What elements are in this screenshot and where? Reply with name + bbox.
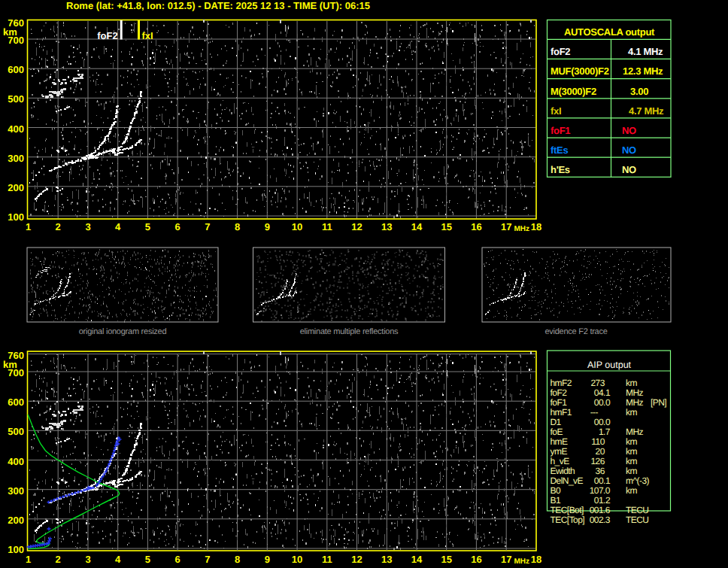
svg-text:km: km: [626, 456, 637, 466]
svg-text:km: km: [626, 436, 637, 447]
svg-text:ftEs: ftEs: [551, 144, 568, 156]
svg-text:MHz: MHz: [626, 397, 644, 408]
svg-text:DelN_vE: DelN_vE: [551, 475, 584, 486]
svg-text:TECU: TECU: [626, 515, 648, 525]
svg-text:km: km: [626, 446, 637, 457]
svg-text:1.7: 1.7: [599, 427, 611, 437]
svg-text:MUF(3000)F2: MUF(3000)F2: [551, 65, 609, 77]
svg-text:B1: B1: [551, 495, 561, 506]
svg-text:km: km: [626, 407, 637, 418]
svg-text:4.1 MHz: 4.1 MHz: [628, 46, 663, 57]
svg-text:00.1: 00.1: [594, 475, 611, 486]
svg-text:km: km: [626, 378, 637, 388]
svg-text:original ionogram resized: original ionogram resized: [79, 327, 167, 336]
svg-text:110: 110: [591, 436, 605, 447]
svg-text:001.6: 001.6: [590, 505, 611, 515]
svg-text:00.0: 00.0: [594, 417, 611, 427]
svg-text:fxI: fxI: [551, 105, 561, 117]
svg-text:NO: NO: [622, 164, 636, 175]
svg-text:km: km: [626, 466, 637, 476]
svg-text:M(3000)F2: M(3000)F2: [551, 86, 596, 97]
svg-text:foF1: foF1: [551, 125, 570, 136]
svg-text:36: 36: [596, 466, 605, 476]
svg-text:AUTOSCALA output: AUTOSCALA output: [564, 26, 655, 38]
svg-text:00.0: 00.0: [594, 397, 611, 408]
svg-text:107.0: 107.0: [590, 485, 611, 496]
svg-text:TEC[Bot]: TEC[Bot]: [551, 505, 584, 515]
svg-text:126: 126: [590, 456, 605, 466]
svg-text:hmF2: hmF2: [551, 378, 572, 388]
svg-text:D1: D1: [551, 417, 562, 427]
svg-text:evidence F2 trace: evidence F2 trace: [544, 327, 607, 336]
svg-text:NO: NO: [622, 144, 636, 156]
svg-text:foF2: foF2: [551, 46, 570, 57]
svg-text:h'Es: h'Es: [551, 164, 570, 175]
svg-text:km: km: [626, 485, 637, 496]
svg-text:m^(-3): m^(-3): [626, 475, 650, 486]
svg-text:eliminate multiple reflections: eliminate multiple reflections: [300, 327, 399, 336]
svg-text:AIP output: AIP output: [587, 360, 632, 370]
svg-text:foE: foE: [551, 427, 563, 437]
svg-text:4.7 MHz: 4.7 MHz: [629, 105, 664, 117]
svg-text:B0: B0: [551, 485, 561, 496]
svg-text:hmF1: hmF1: [551, 407, 572, 418]
svg-text:MHz: MHz: [626, 387, 644, 398]
svg-text:foF2: foF2: [97, 30, 117, 41]
svg-text:20: 20: [596, 446, 605, 457]
svg-text:foF2: foF2: [551, 387, 568, 398]
svg-text:Ewidth: Ewidth: [551, 466, 575, 476]
svg-text:hmE: hmE: [551, 436, 569, 447]
svg-text:01.2: 01.2: [594, 495, 611, 506]
svg-text:3.00: 3.00: [630, 86, 648, 97]
svg-text:04.1: 04.1: [594, 387, 611, 398]
svg-text:273: 273: [590, 378, 605, 388]
svg-text:NO: NO: [622, 125, 636, 136]
svg-text:TECU: TECU: [626, 505, 648, 515]
svg-text:TEC[Top]: TEC[Top]: [551, 515, 585, 525]
svg-text:Rome (lat: +41.8, lon: 012.5): Rome (lat: +41.8, lon: 012.5) - DATE: 20…: [66, 0, 370, 11]
svg-text:12.3 MHz: 12.3 MHz: [623, 65, 663, 77]
svg-text:ymE: ymE: [551, 446, 568, 457]
svg-text:foF1: foF1: [551, 397, 568, 408]
svg-text:[PN]: [PN]: [651, 397, 666, 408]
svg-text:---: ---: [590, 407, 599, 418]
svg-text:fxI: fxI: [142, 30, 153, 41]
svg-text:h_vE: h_vE: [551, 456, 570, 466]
svg-text:002.3: 002.3: [590, 515, 611, 525]
svg-text:MHz: MHz: [626, 427, 644, 437]
